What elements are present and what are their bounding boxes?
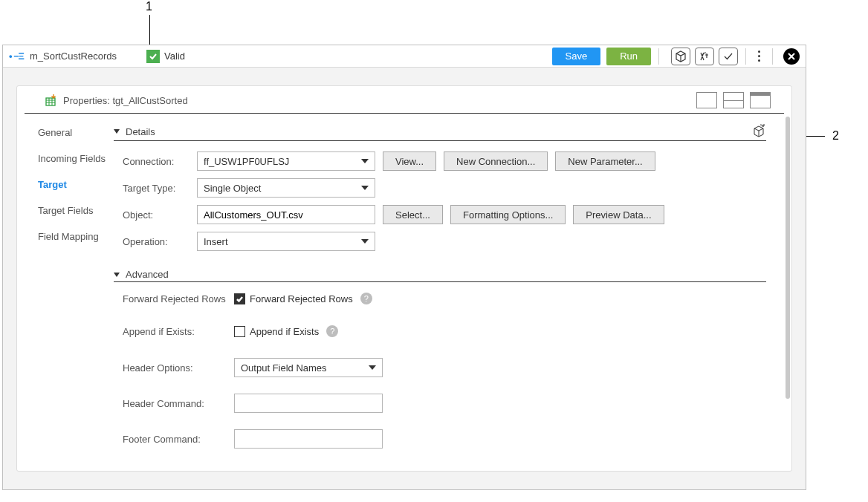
mapping-icon: • − Ξ (9, 50, 24, 62)
tab-target[interactable]: Target (38, 179, 114, 190)
chevron-down-icon (361, 239, 369, 244)
advanced-title: Advanced (126, 269, 169, 280)
target-type-row: Target Type: Single Object (114, 178, 777, 198)
help-icon[interactable]: ? (360, 293, 372, 304)
operation-row: Operation: Insert (114, 232, 777, 251)
disclosure-icon (114, 273, 120, 277)
validate-icon-button[interactable] (719, 48, 738, 65)
valid-check-icon (146, 50, 160, 63)
sidebar-tabs: General Incoming Fields Target Target Fi… (17, 114, 114, 471)
chevron-down-icon (361, 186, 369, 190)
tab-target-fields[interactable]: Target Fields (38, 205, 114, 216)
object-input[interactable] (197, 205, 375, 224)
layout-max-button[interactable] (750, 92, 771, 108)
header-command-input[interactable] (234, 394, 383, 413)
header-command-row: Header Command: (114, 394, 777, 413)
target-type-select[interactable]: Single Object (197, 178, 375, 198)
properties-panel: Properties: tgt_AllCustSorted General In… (16, 85, 792, 472)
panel-header: Properties: tgt_AllCustSorted (25, 86, 784, 114)
footer-command-input[interactable] (234, 429, 383, 449)
append-check-label: Append if Exists (250, 326, 319, 337)
valid-label: Valid (164, 50, 185, 62)
preview-data-button[interactable]: Preview Data... (573, 205, 664, 224)
titlebar: • − Ξ m_SortCustRecords Valid Save Run (3, 45, 806, 68)
header-options-select[interactable]: Output Field Names (234, 358, 383, 377)
header-options-value: Output Field Names (241, 362, 327, 374)
target-icon (45, 94, 57, 106)
layout-single-button[interactable] (696, 92, 717, 108)
connection-value: ff_USW1PF0UFLSJ (204, 156, 289, 167)
save-button[interactable]: Save (552, 48, 601, 65)
disclosure-icon (114, 129, 120, 134)
connection-label: Connection: (123, 156, 197, 167)
cube-icon-button[interactable] (671, 48, 690, 65)
advanced-section-header[interactable]: Advanced (114, 269, 766, 282)
object-row: Object: Select... Formatting Options... … (114, 205, 777, 224)
tab-incoming-fields[interactable]: Incoming Fields (38, 153, 114, 164)
run-button[interactable]: Run (606, 48, 651, 65)
separator (772, 48, 773, 65)
tab-general[interactable]: General (38, 127, 114, 138)
layout-hsplit-button[interactable] (723, 92, 744, 108)
valid-indicator: Valid (146, 50, 185, 63)
panel-body: General Incoming Fields Target Target Fi… (17, 114, 791, 471)
svg-rect-0 (46, 98, 55, 105)
details-title: Details (126, 126, 155, 137)
separator (745, 48, 746, 65)
append-row: Append if Exists: Append if Exists ? (114, 325, 777, 337)
target-type-label: Target Type: (123, 183, 197, 194)
operation-select[interactable]: Insert (197, 232, 375, 251)
app-window: • − Ξ m_SortCustRecords Valid Save Run (2, 45, 806, 490)
tab-field-mapping[interactable]: Field Mapping (38, 231, 114, 242)
frr-label: Forward Rejected Rows (123, 293, 234, 304)
object-label: Object: (123, 209, 197, 221)
append-label: Append if Exists: (123, 326, 234, 337)
header-command-label: Header Command: (123, 398, 234, 409)
footer-command-row: Footer Command: (114, 429, 777, 449)
target-type-value: Single Object (204, 183, 261, 194)
frr-checkbox[interactable] (234, 293, 245, 304)
close-button[interactable] (783, 48, 800, 65)
help-icon[interactable]: ? (326, 325, 338, 337)
new-connection-button[interactable]: New Connection... (444, 151, 548, 171)
refresh-cube-icon[interactable] (751, 124, 766, 139)
connection-select[interactable]: ff_USW1PF0UFLSJ (197, 151, 375, 171)
chevron-down-icon (369, 365, 376, 370)
separator (658, 48, 659, 65)
header-options-label: Header Options: (123, 362, 234, 374)
header-options-row: Header Options: Output Field Names (114, 358, 777, 377)
document-title: m_SortCustRecords (30, 50, 117, 62)
panel-content: Details Connection: (114, 114, 791, 471)
panel-title: Properties: tgt_AllCustSorted (63, 95, 188, 106)
append-checkbox[interactable] (234, 326, 245, 337)
formatting-options-button[interactable]: Formatting Options... (450, 205, 566, 224)
operation-value: Insert (204, 236, 228, 247)
select-button[interactable]: Select... (383, 205, 443, 224)
forward-rejected-row: Forward Rejected Rows Forward Rejected R… (114, 293, 777, 304)
frr-check-label: Forward Rejected Rows (250, 293, 353, 304)
canvas-area: Properties: tgt_AllCustSorted General In… (3, 68, 806, 489)
chevron-down-icon (361, 159, 369, 163)
new-parameter-button[interactable]: New Parameter... (555, 151, 655, 171)
callout-1-label: 1 (146, 0, 152, 13)
operation-label: Operation: (123, 236, 197, 247)
fx-icon-button[interactable] (695, 48, 714, 65)
callout-2-label: 2 (832, 129, 839, 143)
footer-command-label: Footer Command: (123, 434, 234, 445)
more-menu-icon[interactable] (758, 50, 760, 62)
connection-row: Connection: ff_USW1PF0UFLSJ View... New … (114, 151, 777, 171)
details-section-header[interactable]: Details (114, 124, 766, 141)
scrollbar[interactable] (786, 117, 790, 399)
view-button[interactable]: View... (383, 151, 436, 171)
